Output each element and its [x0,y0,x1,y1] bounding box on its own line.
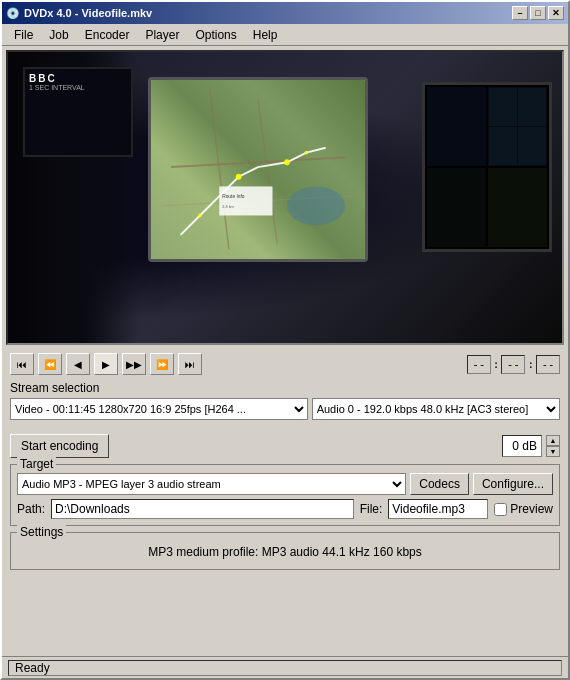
menu-player[interactable]: Player [137,26,187,44]
play-button[interactable]: ▶ [94,353,118,375]
time-hours: -- [467,355,491,374]
time-seconds: -- [536,355,560,374]
settings-group: Settings MP3 medium profile: MP3 audio 4… [10,532,560,570]
file-value: Videofile.mp3 [388,499,488,519]
close-button[interactable]: ✕ [548,6,564,20]
laptop-screen: Route Info 2.4 km [148,77,368,262]
encode-section: Start encoding ▲ ▼ [2,430,568,462]
svg-line-0 [171,157,345,167]
svg-point-5 [284,159,290,165]
target-format-row: Audio MP3 - MPEG layer 3 audio stream Co… [17,473,553,495]
video-stream-select[interactable]: Video - 00:11:45 1280x720 16:9 25fps [H2… [10,398,308,420]
svg-line-2 [258,99,277,244]
menu-job[interactable]: Job [41,26,76,44]
right-monitor [422,82,552,252]
db-control: ▲ ▼ [502,435,560,457]
main-window: 💿 DVDx 4.0 - Videofile.mkv – □ ✕ File Jo… [0,0,570,680]
codecs-button[interactable]: Codecs [410,473,469,495]
playback-controls-area: ⏮ ⏪ ◀ ▶ ▶▶ ⏩ ⏭ -- : -- : -- [2,349,568,379]
title-bar-left: 💿 DVDx 4.0 - Videofile.mkv [6,7,152,20]
time-display: -- : -- : -- [467,355,560,374]
menu-encoder[interactable]: Encoder [77,26,138,44]
svg-point-4 [236,174,242,180]
bbc-logo: BBC [29,73,57,84]
maximize-button[interactable]: □ [530,6,546,20]
svg-text:2.4 km: 2.4 km [222,204,234,209]
svg-line-1 [210,90,229,250]
app-icon: 💿 [6,7,20,20]
db-input[interactable] [502,435,542,457]
db-decrement-button[interactable]: ▼ [546,446,560,457]
stream-selection-label: Stream selection [10,381,560,395]
menu-bar: File Job Encoder Player Options Help [2,24,568,46]
path-value: D:\Downloads [51,499,354,519]
rewind-button[interactable]: ⏪ [38,353,62,375]
file-label: File: [360,502,383,516]
title-bar-buttons: – □ ✕ [512,6,564,20]
db-increment-button[interactable]: ▲ [546,435,560,446]
map-display: Route Info 2.4 km [151,80,365,259]
db-spinner: ▲ ▼ [546,435,560,457]
preview-checkbox[interactable] [494,503,507,516]
svg-point-8 [287,186,345,225]
menu-file[interactable]: File [6,26,41,44]
playback-controls: ⏮ ⏪ ◀ ▶ ▶▶ ⏩ ⏭ [10,353,202,375]
video-preview: BBC 1 SEC INTERVAL [6,50,564,345]
skip-to-start-button[interactable]: ⏮ [10,353,34,375]
stream-selects: Video - 00:11:45 1280x720 16:9 25fps [H2… [10,398,560,420]
target-group: Target Audio MP3 - MPEG layer 3 audio st… [10,464,560,526]
svg-text:Route Info: Route Info [222,194,245,199]
menu-help[interactable]: Help [245,26,286,44]
map-svg: Route Info 2.4 km [151,80,365,259]
svg-rect-9 [219,186,272,215]
title-bar: 💿 DVDx 4.0 - Videofile.mkv – □ ✕ [2,2,568,24]
menu-options[interactable]: Options [187,26,244,44]
left-monitor: BBC 1 SEC INTERVAL [23,67,133,157]
settings-group-label: Settings [17,525,66,539]
status-bar: Ready [2,656,568,678]
path-label: Path: [17,502,45,516]
audio-stream-select[interactable]: Audio 0 - 192.0 kbps 48.0 kHz [AC3 stere… [312,398,560,420]
target-path-row: Path: D:\Downloads File: Videofile.mp3 P… [17,499,553,519]
window-title: DVDx 4.0 - Videofile.mkv [24,7,152,19]
skip-to-end-button[interactable]: ⏭ [178,353,202,375]
stream-selection-section: Stream selection Video - 00:11:45 1280x7… [2,379,568,424]
configure-button[interactable]: Configure... [473,473,553,495]
format-select[interactable]: Audio MP3 - MPEG layer 3 audio stream [17,473,406,495]
settings-description: MP3 medium profile: MP3 audio 44.1 kHz 1… [17,541,553,563]
time-minutes: -- [501,355,525,374]
start-encoding-button[interactable]: Start encoding [10,434,109,458]
preview-label: Preview [494,502,553,516]
target-group-label: Target [17,457,56,471]
minimize-button[interactable]: – [512,6,528,20]
svg-point-7 [304,151,308,155]
svg-point-6 [198,214,202,218]
forward-frame-button[interactable]: ▶▶ [122,353,146,375]
status-panel: Ready [8,660,562,676]
fast-forward-button[interactable]: ⏩ [150,353,174,375]
video-frame: BBC 1 SEC INTERVAL [8,52,562,343]
back-frame-button[interactable]: ◀ [66,353,90,375]
bbc-subtitle: 1 SEC INTERVAL [29,84,85,91]
status-text: Ready [15,661,50,675]
